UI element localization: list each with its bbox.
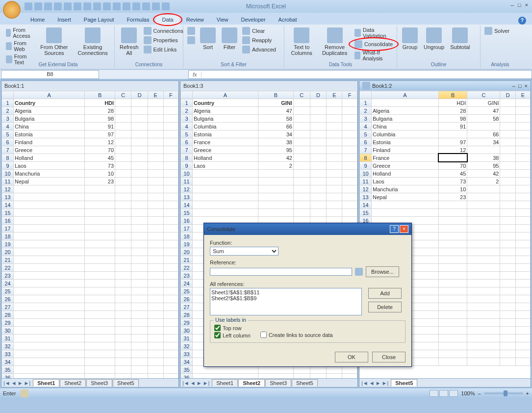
cell[interactable] xyxy=(131,185,148,193)
sheet-nav-left[interactable]: ◄ xyxy=(369,380,375,386)
cell[interactable]: GINI xyxy=(258,99,293,107)
cell[interactable] xyxy=(148,193,163,201)
cell[interactable] xyxy=(310,374,327,379)
cell[interactable] xyxy=(148,170,163,178)
top-row-checkbox[interactable] xyxy=(214,325,221,331)
cell[interactable] xyxy=(515,327,530,335)
reference-item[interactable]: Sheet1!$A$1:$B$11 xyxy=(211,289,360,295)
cell[interactable] xyxy=(293,185,310,193)
cell[interactable] xyxy=(467,272,500,280)
cell[interactable]: Manchuria xyxy=(372,185,439,193)
refresh-all-button[interactable]: Refresh All xyxy=(118,26,141,57)
cell[interactable] xyxy=(193,185,258,193)
cell[interactable]: 97 xyxy=(439,138,467,146)
cell[interactable] xyxy=(115,295,131,303)
cell[interactable] xyxy=(131,240,148,248)
cell[interactable] xyxy=(115,185,131,193)
cell[interactable] xyxy=(14,374,85,379)
cell[interactable]: 91 xyxy=(439,123,467,130)
cell[interactable] xyxy=(14,209,85,217)
cell[interactable] xyxy=(148,248,163,256)
select-all-corner[interactable] xyxy=(2,91,14,99)
cell[interactable] xyxy=(439,248,467,256)
new-icon[interactable] xyxy=(54,2,62,10)
cell[interactable] xyxy=(148,374,163,379)
cell[interactable] xyxy=(467,358,500,366)
cell[interactable] xyxy=(515,319,530,327)
sheet-tab[interactable]: Sheet3 xyxy=(265,379,291,387)
solver-button[interactable]: Solver xyxy=(483,26,510,35)
cell[interactable] xyxy=(85,193,115,201)
cell[interactable]: Estonia xyxy=(193,130,258,138)
cell[interactable] xyxy=(500,287,515,295)
cell[interactable] xyxy=(500,358,515,366)
row-header[interactable]: 27 xyxy=(2,303,14,311)
cell[interactable] xyxy=(342,123,357,130)
cell[interactable] xyxy=(85,374,115,379)
cell[interactable] xyxy=(467,248,500,256)
cell[interactable] xyxy=(14,295,85,303)
cell[interactable] xyxy=(131,256,148,264)
group-button[interactable]: Group xyxy=(400,26,420,51)
macro-record-icon[interactable] xyxy=(21,389,28,397)
sheet-tab[interactable]: Sheet1 xyxy=(33,379,59,387)
cell[interactable] xyxy=(327,374,342,379)
row-header[interactable]: 3 xyxy=(2,115,14,123)
cell[interactable] xyxy=(372,201,439,209)
row-header[interactable]: 31 xyxy=(2,335,14,342)
column-header[interactable]: C xyxy=(115,91,131,99)
cell[interactable] xyxy=(115,280,131,287)
minimize-icon[interactable]: – xyxy=(511,2,514,8)
cell[interactable] xyxy=(439,209,467,217)
workbook-title-bar[interactable]: Book1:3 xyxy=(180,81,357,91)
cell[interactable] xyxy=(467,303,500,311)
cell[interactable]: 28 xyxy=(85,107,115,115)
column-header[interactable]: F xyxy=(342,91,357,99)
row-header[interactable]: 26 xyxy=(2,295,14,303)
cell[interactable] xyxy=(148,272,163,280)
cell[interactable] xyxy=(327,138,342,146)
cell[interactable] xyxy=(467,185,500,193)
cell[interactable] xyxy=(163,201,178,209)
cell[interactable] xyxy=(85,358,115,366)
cell[interactable] xyxy=(115,154,131,162)
cell[interactable] xyxy=(14,225,85,232)
column-header[interactable]: D xyxy=(131,91,148,99)
cell[interactable]: Laos xyxy=(14,162,85,170)
cell[interactable] xyxy=(115,107,131,115)
cell[interactable] xyxy=(515,123,530,130)
cell[interactable] xyxy=(500,335,515,342)
cell[interactable]: Columbia xyxy=(372,130,439,138)
ok-button[interactable]: OK xyxy=(335,352,368,362)
row-header[interactable]: 8 xyxy=(2,154,14,162)
properties-button[interactable]: Properties xyxy=(143,36,184,45)
text-to-columns-button[interactable]: Text to Columns xyxy=(287,26,316,57)
cell[interactable] xyxy=(327,130,342,138)
cell[interactable] xyxy=(163,130,178,138)
cell[interactable]: 66 xyxy=(258,123,293,130)
cell[interactable] xyxy=(85,217,115,225)
cell[interactable] xyxy=(148,240,163,248)
ungroup-button[interactable]: Ungroup xyxy=(422,26,446,51)
cell[interactable] xyxy=(342,130,357,138)
save-icon[interactable] xyxy=(25,2,32,10)
cell[interactable] xyxy=(148,264,163,272)
cell[interactable] xyxy=(342,146,357,154)
cell[interactable] xyxy=(342,115,357,123)
cell[interactable] xyxy=(500,232,515,240)
cell[interactable] xyxy=(115,358,131,366)
cell[interactable] xyxy=(163,138,178,146)
row-header[interactable]: 3 xyxy=(181,115,193,123)
cell[interactable] xyxy=(342,162,357,170)
row-header[interactable]: 25 xyxy=(2,287,14,295)
zoom-in-button[interactable]: + xyxy=(526,390,529,396)
cell[interactable] xyxy=(163,335,178,342)
cell[interactable]: 45 xyxy=(439,170,467,178)
cell[interactable] xyxy=(131,232,148,240)
cell[interactable] xyxy=(439,327,467,335)
cell[interactable] xyxy=(163,217,178,225)
row-header[interactable]: 10 xyxy=(2,170,14,178)
cell[interactable]: 98 xyxy=(439,115,467,123)
cell[interactable]: France xyxy=(193,138,258,146)
cell[interactable]: Estonia xyxy=(14,130,85,138)
